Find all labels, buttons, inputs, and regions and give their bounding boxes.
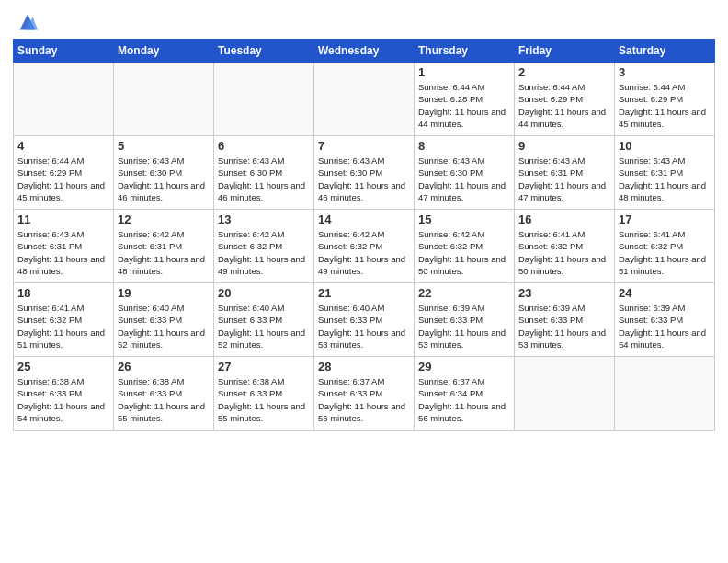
day-of-week-header: Tuesday [214, 40, 314, 63]
day-info: Sunrise: 6:42 AM Sunset: 6:31 PM Dayligh… [118, 228, 210, 277]
calendar-cell: 28Sunrise: 6:37 AM Sunset: 6:33 PM Dayli… [314, 357, 415, 431]
calendar-cell: 27Sunrise: 6:38 AM Sunset: 6:33 PM Dayli… [214, 357, 314, 431]
day-number: 19 [118, 286, 210, 300]
calendar-cell: 12Sunrise: 6:42 AM Sunset: 6:31 PM Dayli… [114, 210, 214, 283]
calendar-cell: 6Sunrise: 6:43 AM Sunset: 6:30 PM Daylig… [214, 136, 314, 210]
calendar-cell: 20Sunrise: 6:40 AM Sunset: 6:33 PM Dayli… [214, 283, 314, 357]
day-number: 25 [17, 360, 109, 373]
day-info: Sunrise: 6:44 AM Sunset: 6:29 PM Dayligh… [17, 155, 109, 203]
day-number: 17 [619, 213, 711, 226]
day-number: 4 [17, 139, 109, 153]
day-info: Sunrise: 6:43 AM Sunset: 6:31 PM Dayligh… [17, 228, 109, 277]
day-number: 2 [518, 65, 610, 79]
day-of-week-header: Thursday [415, 40, 515, 63]
calendar-cell [515, 357, 615, 431]
day-info: Sunrise: 6:43 AM Sunset: 6:30 PM Dayligh… [418, 155, 510, 203]
day-number: 28 [318, 360, 410, 373]
day-number: 5 [118, 139, 210, 153]
day-number: 16 [518, 213, 610, 226]
calendar-cell: 18Sunrise: 6:41 AM Sunset: 6:32 PM Dayli… [14, 283, 114, 357]
day-number: 29 [418, 360, 510, 373]
day-number: 15 [418, 213, 510, 226]
day-info: Sunrise: 6:43 AM Sunset: 6:30 PM Dayligh… [218, 155, 310, 203]
calendar-cell: 10Sunrise: 6:43 AM Sunset: 6:31 PM Dayli… [615, 136, 715, 210]
calendar-cell: 22Sunrise: 6:39 AM Sunset: 6:33 PM Dayli… [415, 283, 515, 357]
day-info: Sunrise: 6:40 AM Sunset: 6:33 PM Dayligh… [118, 302, 210, 350]
day-info: Sunrise: 6:37 AM Sunset: 6:34 PM Dayligh… [418, 375, 510, 424]
day-number: 23 [518, 286, 610, 300]
day-number: 21 [318, 286, 410, 300]
calendar-cell: 8Sunrise: 6:43 AM Sunset: 6:30 PM Daylig… [415, 136, 515, 210]
day-info: Sunrise: 6:43 AM Sunset: 6:30 PM Dayligh… [118, 155, 210, 203]
day-number: 22 [418, 286, 510, 300]
calendar-cell: 15Sunrise: 6:42 AM Sunset: 6:32 PM Dayli… [415, 210, 515, 283]
day-info: Sunrise: 6:39 AM Sunset: 6:33 PM Dayligh… [619, 302, 711, 350]
day-of-week-header: Sunday [14, 40, 114, 63]
calendar-cell: 4Sunrise: 6:44 AM Sunset: 6:29 PM Daylig… [14, 136, 114, 210]
calendar-table: SundayMondayTuesdayWednesdayThursdayFrid… [13, 39, 715, 431]
day-number: 3 [619, 65, 711, 79]
calendar-header-row: SundayMondayTuesdayWednesdayThursdayFrid… [14, 40, 715, 63]
day-of-week-header: Saturday [615, 40, 715, 63]
day-info: Sunrise: 6:44 AM Sunset: 6:28 PM Dayligh… [418, 81, 510, 130]
day-info: Sunrise: 6:37 AM Sunset: 6:33 PM Dayligh… [318, 375, 410, 424]
day-info: Sunrise: 6:42 AM Sunset: 6:32 PM Dayligh… [418, 228, 510, 277]
day-number: 26 [118, 360, 210, 373]
calendar-week-row: 1Sunrise: 6:44 AM Sunset: 6:28 PM Daylig… [14, 63, 715, 136]
logo-icon [15, 9, 40, 35]
day-info: Sunrise: 6:41 AM Sunset: 6:32 PM Dayligh… [619, 228, 711, 277]
day-info: Sunrise: 6:40 AM Sunset: 6:33 PM Dayligh… [218, 302, 310, 350]
day-of-week-header: Friday [515, 40, 615, 63]
day-info: Sunrise: 6:42 AM Sunset: 6:32 PM Dayligh… [218, 228, 310, 277]
day-number: 18 [17, 286, 109, 300]
day-info: Sunrise: 6:38 AM Sunset: 6:33 PM Dayligh… [218, 375, 310, 424]
day-info: Sunrise: 6:39 AM Sunset: 6:33 PM Dayligh… [518, 302, 610, 350]
page-container: SundayMondayTuesdayWednesdayThursdayFrid… [0, 0, 728, 440]
day-info: Sunrise: 6:38 AM Sunset: 6:33 PM Dayligh… [118, 375, 210, 424]
calendar-cell [14, 63, 114, 136]
calendar-cell [214, 63, 314, 136]
day-number: 12 [118, 213, 210, 226]
calendar-cell: 13Sunrise: 6:42 AM Sunset: 6:32 PM Dayli… [214, 210, 314, 283]
day-of-week-header: Monday [114, 40, 214, 63]
day-number: 7 [318, 139, 410, 153]
day-info: Sunrise: 6:44 AM Sunset: 6:29 PM Dayligh… [518, 81, 610, 130]
calendar-cell: 21Sunrise: 6:40 AM Sunset: 6:33 PM Dayli… [314, 283, 415, 357]
day-info: Sunrise: 6:43 AM Sunset: 6:30 PM Dayligh… [318, 155, 410, 203]
calendar-cell: 1Sunrise: 6:44 AM Sunset: 6:28 PM Daylig… [415, 63, 515, 136]
day-number: 10 [619, 139, 711, 153]
calendar-week-row: 4Sunrise: 6:44 AM Sunset: 6:29 PM Daylig… [14, 136, 715, 210]
calendar-cell: 3Sunrise: 6:44 AM Sunset: 6:29 PM Daylig… [615, 63, 715, 136]
day-number: 27 [218, 360, 310, 373]
day-number: 1 [418, 65, 510, 79]
day-info: Sunrise: 6:41 AM Sunset: 6:32 PM Dayligh… [17, 302, 109, 350]
day-number: 6 [218, 139, 310, 153]
calendar-cell: 11Sunrise: 6:43 AM Sunset: 6:31 PM Dayli… [14, 210, 114, 283]
calendar-cell: 26Sunrise: 6:38 AM Sunset: 6:33 PM Dayli… [114, 357, 214, 431]
calendar-cell: 19Sunrise: 6:40 AM Sunset: 6:33 PM Dayli… [114, 283, 214, 357]
calendar-week-row: 18Sunrise: 6:41 AM Sunset: 6:32 PM Dayli… [14, 283, 715, 357]
day-info: Sunrise: 6:44 AM Sunset: 6:29 PM Dayligh… [619, 81, 711, 130]
calendar-cell [314, 63, 415, 136]
day-info: Sunrise: 6:43 AM Sunset: 6:31 PM Dayligh… [518, 155, 610, 203]
calendar-cell: 16Sunrise: 6:41 AM Sunset: 6:32 PM Dayli… [515, 210, 615, 283]
calendar-week-row: 11Sunrise: 6:43 AM Sunset: 6:31 PM Dayli… [14, 210, 715, 283]
calendar-cell: 7Sunrise: 6:43 AM Sunset: 6:30 PM Daylig… [314, 136, 415, 210]
day-info: Sunrise: 6:39 AM Sunset: 6:33 PM Dayligh… [418, 302, 510, 350]
day-number: 24 [619, 286, 711, 300]
day-info: Sunrise: 6:43 AM Sunset: 6:31 PM Dayligh… [619, 155, 711, 203]
calendar-cell: 29Sunrise: 6:37 AM Sunset: 6:34 PM Dayli… [415, 357, 515, 431]
day-info: Sunrise: 6:40 AM Sunset: 6:33 PM Dayligh… [318, 302, 410, 350]
day-number: 14 [318, 213, 410, 226]
day-number: 8 [418, 139, 510, 153]
logo [13, 9, 40, 35]
calendar-cell: 25Sunrise: 6:38 AM Sunset: 6:33 PM Dayli… [14, 357, 114, 431]
calendar-cell [114, 63, 214, 136]
calendar-cell: 9Sunrise: 6:43 AM Sunset: 6:31 PM Daylig… [515, 136, 615, 210]
day-number: 13 [218, 213, 310, 226]
calendar-cell: 24Sunrise: 6:39 AM Sunset: 6:33 PM Dayli… [615, 283, 715, 357]
calendar-cell: 5Sunrise: 6:43 AM Sunset: 6:30 PM Daylig… [114, 136, 214, 210]
calendar-week-row: 25Sunrise: 6:38 AM Sunset: 6:33 PM Dayli… [14, 357, 715, 431]
calendar-cell: 17Sunrise: 6:41 AM Sunset: 6:32 PM Dayli… [615, 210, 715, 283]
day-info: Sunrise: 6:42 AM Sunset: 6:32 PM Dayligh… [318, 228, 410, 277]
